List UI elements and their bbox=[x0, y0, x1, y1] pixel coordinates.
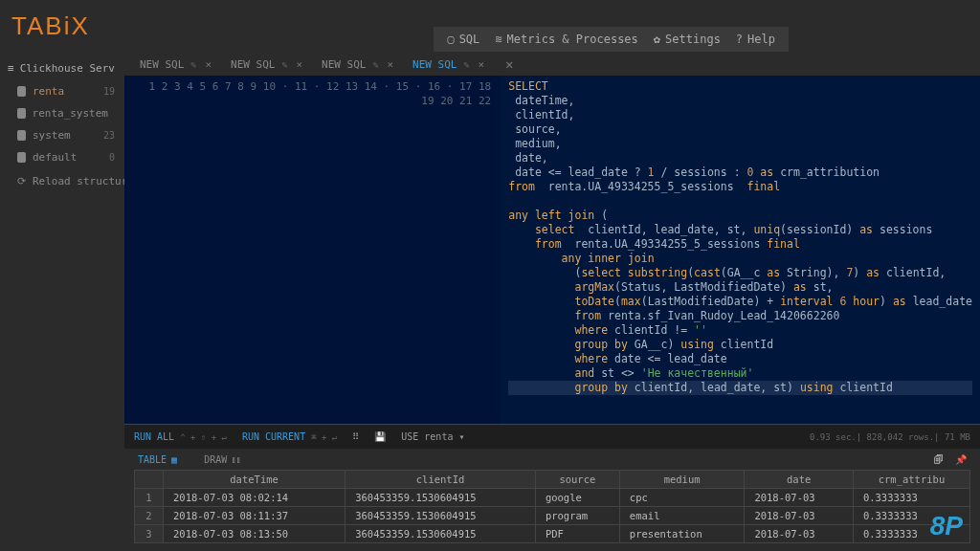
row-number: 1 bbox=[135, 489, 164, 507]
tab-bar: NEW SQL✎×NEW SQL✎×NEW SQL✎×NEW SQL✎× ✕ bbox=[124, 53, 980, 76]
menu-icon: ≡ bbox=[8, 62, 14, 75]
tab-sql-1[interactable]: NEW SQL✎× bbox=[221, 55, 312, 75]
cell[interactable]: google bbox=[535, 489, 619, 507]
tab-sql-2[interactable]: NEW SQL✎× bbox=[312, 55, 403, 75]
result-viewtabs: TABLE ▦ DRAW ⫾⫾ 🗐 📌 bbox=[124, 449, 980, 470]
table-row[interactable]: 22018-07-03 08:11:37360453359.1530604915… bbox=[135, 507, 970, 525]
pencil-icon: ✎ bbox=[372, 59, 380, 70]
pencil-icon: ✎ bbox=[463, 59, 471, 70]
column-header[interactable]: date bbox=[745, 471, 854, 489]
run-all-button[interactable]: RUN ALL ⌃ + ⇧ + ↵ bbox=[134, 431, 227, 442]
sidebar-item-system[interactable]: system23 bbox=[0, 124, 124, 146]
use-database-selector[interactable]: USE renta ▾ bbox=[401, 431, 464, 442]
database-icon bbox=[17, 152, 26, 163]
close-icon[interactable]: × bbox=[478, 58, 484, 71]
tab-sql-3[interactable]: NEW SQL✎× bbox=[403, 55, 494, 75]
sidebar-item-renta[interactable]: renta19 bbox=[0, 80, 124, 102]
cell[interactable]: program bbox=[535, 507, 619, 525]
sql-editor[interactable]: 1 2 3 4 5 6 7 8 9 10 · 11 · 12 13 14 · 1… bbox=[124, 76, 980, 424]
column-header[interactable]: clientId bbox=[345, 471, 536, 489]
sidebar-server[interactable]: ≡ Clickhouse Serv bbox=[0, 56, 124, 80]
editor-gutter: 1 2 3 4 5 6 7 8 9 10 · 11 · 12 13 14 · 1… bbox=[124, 76, 501, 424]
query-stats: 0.93 sec.| 828,042 rows.| 71 MB bbox=[810, 432, 970, 442]
metrics-icon: ≋ bbox=[495, 33, 501, 46]
close-icon[interactable]: × bbox=[387, 58, 393, 71]
sidebar-item-default[interactable]: default0 bbox=[0, 146, 124, 168]
sidebar-item-renta_system[interactable]: renta_system bbox=[0, 102, 124, 124]
save-icon[interactable]: 💾 bbox=[374, 431, 386, 442]
cell[interactable]: 2018-07-03 08:13:50 bbox=[164, 525, 345, 543]
menu-metrics[interactable]: ≋Metrics & Processes bbox=[495, 33, 638, 46]
table-row[interactable]: 32018-07-03 08:13:50360453359.1530604915… bbox=[135, 525, 970, 543]
row-number: 3 bbox=[135, 525, 164, 543]
row-number: 2 bbox=[135, 507, 164, 525]
database-icon bbox=[17, 130, 26, 141]
reload-icon: ⟳ bbox=[17, 175, 26, 187]
help-icon: ? bbox=[736, 33, 743, 46]
cell[interactable]: 0.3333333 bbox=[853, 489, 969, 507]
reload-structure[interactable]: ⟳ Reload structur bbox=[0, 168, 124, 192]
chart-icon: ⫾⫾ bbox=[232, 454, 241, 465]
pencil-icon: ✎ bbox=[190, 59, 198, 70]
menu-settings[interactable]: ✿Settings bbox=[654, 33, 721, 46]
cell[interactable]: presentation bbox=[619, 525, 745, 543]
menu-sql[interactable]: ▢SQL bbox=[447, 33, 479, 46]
watermark: 8P bbox=[930, 511, 963, 541]
database-icon bbox=[17, 108, 26, 119]
close-icon[interactable]: × bbox=[205, 58, 212, 71]
table-icon: ▦ bbox=[171, 454, 177, 465]
format-icon[interactable]: ⠿ bbox=[352, 431, 359, 442]
row-number-header bbox=[135, 471, 164, 489]
top-menu: ▢SQL ≋Metrics & Processes ✿Settings ?Hel… bbox=[434, 27, 789, 52]
cell[interactable]: 360453359.1530604915 bbox=[345, 507, 536, 525]
tab-add[interactable]: ✕ bbox=[505, 56, 513, 72]
gear-icon: ✿ bbox=[654, 33, 660, 46]
results-grid: dateTimeclientIdsourcemediumdatecrm_attr… bbox=[124, 470, 980, 551]
cell[interactable]: 2018-07-03 08:11:37 bbox=[164, 507, 345, 525]
close-icon[interactable]: × bbox=[296, 58, 302, 71]
sql-icon: ▢ bbox=[447, 33, 454, 46]
tab-sql-0[interactable]: NEW SQL✎× bbox=[130, 55, 221, 75]
cell[interactable]: 2018-07-03 bbox=[745, 507, 854, 525]
view-draw[interactable]: DRAW ⫾⫾ bbox=[204, 454, 241, 465]
cell[interactable]: 360453359.1530604915 bbox=[345, 489, 536, 507]
pin-icon[interactable]: 📌 bbox=[955, 454, 967, 465]
view-table[interactable]: TABLE ▦ bbox=[138, 454, 177, 465]
copy-icon[interactable]: 🗐 bbox=[934, 454, 944, 465]
chevron-down-icon: ▾ bbox=[458, 431, 464, 442]
run-toolbar: RUN ALL ⌃ + ⇧ + ↵ RUN CURRENT ⌘ + ↵ ⠿ 💾 … bbox=[124, 424, 980, 449]
run-current-button[interactable]: RUN CURRENT ⌘ + ↵ bbox=[242, 431, 337, 442]
cell[interactable]: cpc bbox=[619, 489, 745, 507]
column-header[interactable]: dateTime bbox=[164, 471, 345, 489]
logo: TABiX bbox=[11, 11, 90, 41]
editor-code[interactable]: SELECT dateTime, clientId, source, mediu… bbox=[501, 76, 980, 424]
column-header[interactable]: source bbox=[535, 471, 619, 489]
menu-help[interactable]: ?Help bbox=[736, 33, 775, 46]
sidebar: ≡ Clickhouse Serv renta19renta_systemsys… bbox=[0, 53, 124, 551]
pencil-icon: ✎ bbox=[281, 59, 289, 70]
column-header[interactable]: medium bbox=[619, 471, 745, 489]
cell[interactable]: 2018-07-03 bbox=[745, 489, 854, 507]
cell[interactable]: 2018-07-03 08:02:14 bbox=[164, 489, 345, 507]
cell[interactable]: 360453359.1530604915 bbox=[345, 525, 536, 543]
table-row[interactable]: 12018-07-03 08:02:14360453359.1530604915… bbox=[135, 489, 970, 507]
cell[interactable]: PDF bbox=[535, 525, 619, 543]
column-header[interactable]: crm_attribu bbox=[853, 471, 969, 489]
cell[interactable]: 2018-07-03 bbox=[745, 525, 854, 543]
database-icon bbox=[17, 86, 26, 97]
cell[interactable]: email bbox=[619, 507, 745, 525]
